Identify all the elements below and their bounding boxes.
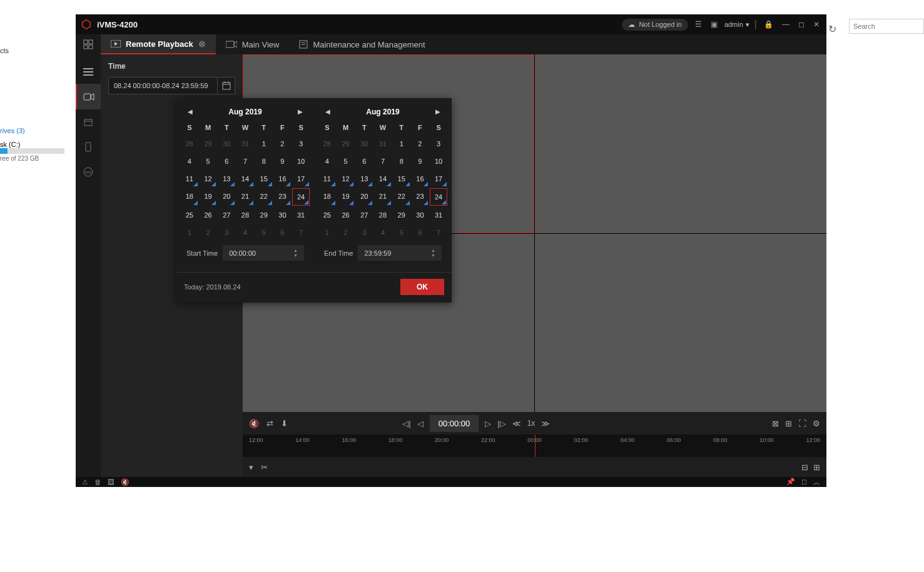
- calendar-day[interactable]: 10: [292, 153, 310, 169]
- calendar-day[interactable]: 29: [255, 207, 273, 223]
- calendar-day[interactable]: 1: [255, 136, 273, 152]
- tab-close-icon[interactable]: ⊗: [198, 39, 206, 49]
- calendar-day[interactable]: 27: [355, 207, 373, 223]
- calendar-day[interactable]: 2: [412, 136, 429, 152]
- sidebar-event-btn[interactable]: [76, 109, 101, 134]
- calendar-day[interactable]: 19: [200, 188, 217, 206]
- play-icon[interactable]: ▷: [485, 419, 491, 428]
- lock-icon[interactable]: 🔒: [762, 18, 775, 31]
- time-down-icon[interactable]: ▼: [293, 253, 298, 258]
- prev-month-icon[interactable]: ◀: [185, 106, 195, 118]
- calendar-day[interactable]: 20: [218, 188, 235, 206]
- calendar-day[interactable]: 16: [274, 171, 292, 187]
- list-icon[interactable]: ☰: [693, 18, 704, 31]
- calendar-day[interactable]: 2: [337, 224, 355, 241]
- calendar-day[interactable]: 29: [200, 136, 217, 152]
- calendar-day[interactable]: 9: [274, 153, 292, 169]
- calendar-day[interactable]: 23: [274, 188, 292, 206]
- expand-icon[interactable]: ⊞: [813, 463, 820, 472]
- collapse-up-icon[interactable]: ︽: [813, 478, 820, 487]
- calendar-day[interactable]: 30: [274, 207, 292, 223]
- calendar-day[interactable]: 14: [236, 171, 254, 187]
- time-up-icon[interactable]: ▲: [431, 248, 435, 253]
- close-icon[interactable]: ✕: [811, 18, 821, 31]
- calendar-day[interactable]: 6: [355, 153, 373, 169]
- frame-next-icon[interactable]: |▷: [497, 419, 505, 428]
- calendar-day[interactable]: 31: [374, 136, 392, 152]
- calendar-day[interactable]: 5: [393, 224, 410, 241]
- calendar-day[interactable]: 28: [318, 136, 336, 152]
- calendar-day[interactable]: 3: [355, 224, 373, 241]
- tab-maintenance[interactable]: Maintenance and Management: [289, 34, 435, 54]
- calendar-day[interactable]: 9: [412, 153, 429, 169]
- calendar-day[interactable]: 24: [430, 188, 447, 206]
- calendar-day[interactable]: 25: [181, 207, 198, 223]
- calendar-day[interactable]: 4: [236, 224, 254, 241]
- calendar-day[interactable]: 21: [236, 188, 254, 206]
- calendar-day[interactable]: 15: [255, 171, 273, 187]
- date-range-input[interactable]: 08.24 00:00:00-08.24 23:59:59: [108, 77, 235, 94]
- calendar-day[interactable]: 11: [318, 171, 336, 187]
- calendar-day[interactable]: 5: [337, 153, 355, 169]
- calendar-day[interactable]: 30: [412, 207, 429, 223]
- login-status[interactable]: ☁ Not Logged in: [622, 19, 688, 31]
- sidebar-camera-btn[interactable]: [76, 84, 101, 109]
- layout-icon[interactable]: ⊞: [785, 419, 792, 428]
- fullscreen-icon[interactable]: ⛶: [798, 419, 806, 428]
- calendar-day[interactable]: 18: [318, 188, 336, 206]
- calendar-day[interactable]: 2: [274, 136, 292, 152]
- calendar-day[interactable]: 3: [430, 136, 447, 152]
- calendar-icon[interactable]: [217, 77, 235, 94]
- tab-main-view[interactable]: Main View: [216, 34, 290, 54]
- calendar-day[interactable]: 22: [393, 188, 410, 206]
- sidebar-menu-toggle[interactable]: [76, 59, 101, 84]
- collapse-icon[interactable]: ⊟: [801, 463, 808, 472]
- time-down-icon[interactable]: ▼: [431, 253, 435, 258]
- next-month-icon[interactable]: ▶: [433, 106, 443, 118]
- maximize-icon[interactable]: ◻: [796, 18, 806, 31]
- calendar-day[interactable]: 3: [218, 224, 235, 241]
- download-icon[interactable]: ⬇: [281, 419, 288, 428]
- picture-icon[interactable]: 🖼: [108, 478, 114, 486]
- calendar-day[interactable]: 7: [292, 224, 310, 241]
- calendar-day[interactable]: 14: [374, 171, 392, 187]
- calendar-day[interactable]: 31: [430, 207, 447, 223]
- calendar-day[interactable]: 5: [200, 153, 217, 169]
- end-time-input[interactable]: 23:59:59 ▲▼: [358, 245, 442, 261]
- explorer-search-input[interactable]: [849, 19, 924, 34]
- calendar-day[interactable]: 6: [218, 153, 235, 169]
- calendar-day[interactable]: 19: [337, 188, 355, 206]
- sidebar-atm-btn[interactable]: ATM: [76, 159, 101, 184]
- frame-prev-icon[interactable]: ◁|: [402, 419, 410, 428]
- scissors-icon[interactable]: ✂: [261, 463, 268, 472]
- timeline-cursor[interactable]: [535, 434, 536, 457]
- image-icon[interactable]: ▣: [709, 18, 719, 31]
- sidebar-device-btn[interactable]: [76, 134, 101, 159]
- calendar-day[interactable]: 2: [200, 224, 217, 241]
- calendar-day[interactable]: 15: [393, 171, 410, 187]
- calendar-day[interactable]: 23: [412, 188, 429, 206]
- calendar-day[interactable]: 8: [255, 153, 273, 169]
- calendar-day[interactable]: 4: [318, 153, 336, 169]
- calendar-day[interactable]: 25: [318, 207, 336, 223]
- calendar-day[interactable]: 18: [181, 188, 198, 206]
- ok-button[interactable]: OK: [400, 279, 444, 295]
- calendar-day[interactable]: 27: [218, 207, 235, 223]
- calendar-day[interactable]: 10: [430, 153, 447, 169]
- trash-icon[interactable]: 🗑: [94, 478, 101, 486]
- calendar-day[interactable]: 1: [318, 224, 336, 241]
- refresh-icon[interactable]: ↻: [828, 23, 836, 35]
- video-cell-2[interactable]: [535, 54, 826, 233]
- calendar-day[interactable]: 6: [274, 224, 292, 241]
- calendar-day[interactable]: 12: [200, 171, 217, 187]
- mute-icon[interactable]: 🔇: [121, 478, 129, 486]
- user-dropdown[interactable]: admin ▾: [724, 21, 749, 29]
- prev-month-icon[interactable]: ◀: [323, 106, 333, 118]
- calendar-day[interactable]: 26: [337, 207, 355, 223]
- calendar-day[interactable]: 20: [355, 188, 373, 206]
- close-all-icon[interactable]: ⊠: [772, 419, 779, 428]
- alarm-icon[interactable]: ⚠: [82, 478, 88, 486]
- calendar-day[interactable]: 16: [412, 171, 429, 187]
- calendar-day[interactable]: 4: [181, 153, 198, 169]
- calendar-day[interactable]: 31: [236, 136, 254, 152]
